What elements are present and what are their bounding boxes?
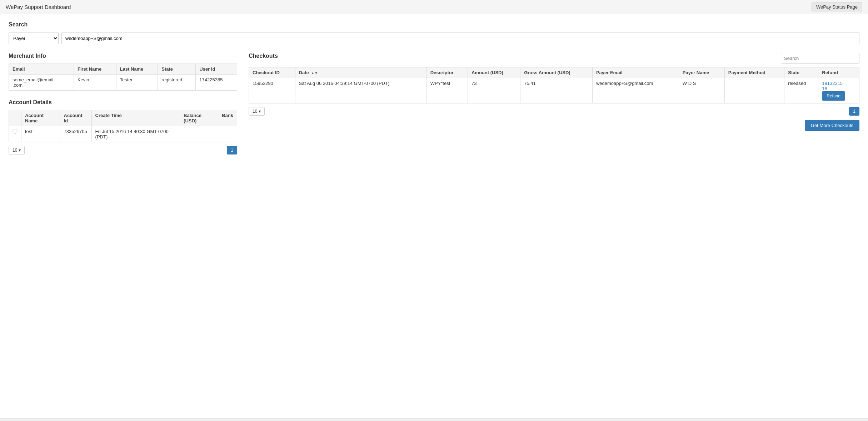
account-id-cell: 733526705	[60, 126, 91, 142]
account-details-title: Account Details	[9, 99, 237, 106]
checkouts-search-input[interactable]	[781, 53, 859, 64]
checkout-state-cell: released	[784, 78, 818, 103]
account-details-header-row: Account Name Account Id Create Time Bala…	[9, 110, 237, 126]
checkouts-header: Checkouts	[249, 53, 859, 64]
account-radio-cell[interactable]	[9, 126, 21, 142]
col-user-id: User Id	[196, 64, 237, 75]
checkouts-header-row: Checkout ID Date ▲▼ Descriptor Amount (U…	[249, 67, 859, 78]
checkout-gross-amount-cell: 75.41	[520, 78, 593, 103]
checkouts-pagination-row: 10 ▾ 1	[249, 107, 859, 116]
merchant-first-name: Kevin	[74, 75, 116, 91]
get-more-checkouts-button[interactable]: Get More Checkouts	[805, 120, 859, 131]
radio-button[interactable]	[13, 129, 18, 134]
account-details-table: Account Name Account Id Create Time Bala…	[9, 110, 237, 142]
account-details-section: Account Details Account Name Account Id …	[9, 99, 237, 154]
merchant-info-section: Merchant Info Email First Name Last Name…	[9, 53, 237, 91]
col-refund: Refund	[818, 67, 859, 78]
checkout-payer-name-cell: W D S	[679, 78, 724, 103]
checkouts-table: Checkout ID Date ▲▼ Descriptor Amount (U…	[249, 67, 859, 103]
col-first-name: First Name	[74, 64, 116, 75]
col-email: Email	[9, 64, 74, 75]
account-bank-cell	[218, 126, 237, 142]
checkout-payer-email-cell: wedemoapp+S@gmail.com	[592, 78, 679, 103]
account-page-1-button[interactable]: 1	[227, 146, 237, 154]
checkout-refund-link[interactable]: 1913221518	[822, 81, 843, 91]
account-name-cell: test	[21, 126, 60, 142]
checkouts-footer: Get More Checkouts	[249, 120, 859, 131]
checkouts-title: Checkouts	[249, 53, 278, 59]
checkouts-per-page-button[interactable]: 10 ▾	[249, 107, 265, 116]
merchant-email: some_email@email.com	[9, 75, 74, 91]
col-account-name: Account Name	[21, 110, 60, 126]
col-checkout-id: Checkout ID	[249, 67, 295, 78]
search-input[interactable]	[61, 32, 859, 44]
sort-arrow-icon: ▲▼	[311, 71, 318, 75]
col-create-time: Create Time	[91, 110, 180, 126]
account-details-row: test 733526705 Fri Jul 15 2016 14:40:30 …	[9, 126, 237, 142]
merchant-info-row: some_email@email.com Kevin Tester regist…	[9, 75, 237, 91]
col-radio	[9, 110, 21, 126]
refund-button[interactable]: Refund	[822, 91, 845, 101]
checkout-payment-method-cell	[724, 78, 784, 103]
merchant-info-table-wrapper: Email First Name Last Name State User Id…	[9, 64, 237, 91]
navbar-brand: WePay Support Dashboard	[6, 4, 71, 10]
merchant-info-table: Email First Name Last Name State User Id…	[9, 64, 237, 90]
checkout-descriptor-cell: WPY*test	[426, 78, 468, 103]
col-payer-email: Payer Email	[592, 67, 679, 78]
col-amount: Amount (USD)	[468, 67, 520, 78]
col-account-id: Account Id	[60, 110, 91, 126]
checkouts-section: Checkouts Checkout ID Date ▲▼ Descriptor…	[249, 53, 859, 163]
search-type-select[interactable]: Payer Merchant Account	[9, 32, 59, 44]
col-last-name: Last Name	[116, 64, 158, 75]
checkouts-table-wrapper: Checkout ID Date ▲▼ Descriptor Amount (U…	[249, 67, 859, 103]
search-row: Payer Merchant Account	[9, 32, 859, 44]
checkouts-page-1-button[interactable]: 1	[849, 107, 859, 116]
checkout-id-cell: 15953290	[249, 78, 295, 103]
left-column: Merchant Info Email First Name Last Name…	[9, 53, 237, 163]
merchant-last-name: Tester	[116, 75, 158, 91]
col-state: State	[784, 67, 818, 78]
account-per-page-button[interactable]: 10 ▾	[9, 146, 25, 154]
search-section: Search Payer Merchant Account	[9, 21, 859, 44]
merchant-info-header-row: Email First Name Last Name State User Id	[9, 64, 237, 75]
checkout-row: 15953290 Sat Aug 06 2016 04:39:14 GMT-07…	[249, 78, 859, 103]
checkout-date-cell: Sat Aug 06 2016 04:39:14 GMT-0700 (PDT)	[295, 78, 426, 103]
two-col-layout: Merchant Info Email First Name Last Name…	[9, 53, 859, 163]
account-create-time-cell: Fri Jul 15 2016 14:40:30 GMT-0700 (PDT)	[91, 126, 180, 142]
checkout-amount-cell: 73	[468, 78, 520, 103]
navbar: WePay Support Dashboard WePay Status Pag…	[0, 0, 868, 14]
checkout-refund-cell: 1913221518 Refund	[818, 78, 859, 103]
col-payment-method: Payment Method	[724, 67, 784, 78]
status-page-button[interactable]: WePay Status Page	[812, 2, 862, 11]
account-details-table-wrapper: Account Name Account Id Create Time Bala…	[9, 110, 237, 142]
merchant-state: registered	[158, 75, 196, 91]
col-gross-amount: Gross Amount (USD)	[520, 67, 593, 78]
col-state: State	[158, 64, 196, 75]
search-title: Search	[9, 21, 859, 28]
col-bank: Bank	[218, 110, 237, 126]
account-balance-cell	[180, 126, 218, 142]
col-descriptor: Descriptor	[426, 67, 468, 78]
col-payer-name: Payer Name	[679, 67, 724, 78]
merchant-info-title: Merchant Info	[9, 53, 237, 59]
col-balance: Balance (USD)	[180, 110, 218, 126]
account-pagination-row: 10 ▾ 1	[9, 146, 237, 154]
merchant-user-id: 174225365	[196, 75, 237, 91]
col-date[interactable]: Date ▲▼	[295, 67, 426, 78]
